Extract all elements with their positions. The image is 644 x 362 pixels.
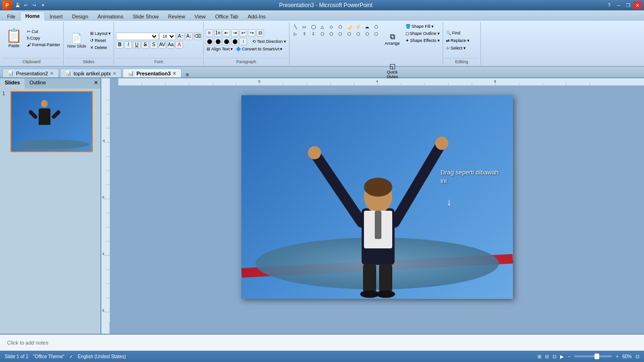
- paste-button[interactable]: 📋 Paste: [2, 24, 26, 52]
- cut-button[interactable]: ✂ Cut: [26, 29, 61, 34]
- shape-btn-5[interactable]: ◇: [327, 24, 336, 30]
- shape-btn-1[interactable]: ╲: [291, 24, 300, 30]
- doc-tab-close-2[interactable]: ✕: [113, 71, 116, 76]
- tab-addins[interactable]: Add-Ins: [243, 12, 270, 21]
- close-btn[interactable]: ✕: [633, 1, 642, 9]
- shape-btn-17[interactable]: ⬡: [345, 31, 354, 37]
- increase-indent-btn[interactable]: ⇥: [231, 29, 239, 37]
- reset-button[interactable]: ↺ Reset: [89, 38, 112, 43]
- shape-effects-button[interactable]: ✦ Shape Effects ▾: [405, 38, 441, 43]
- zoom-slider[interactable]: [574, 355, 612, 357]
- zoom-level[interactable]: 60%: [622, 354, 632, 359]
- shape-btn-4[interactable]: △: [318, 24, 327, 30]
- bold-btn[interactable]: B: [116, 41, 124, 49]
- tab-animations[interactable]: Animations: [93, 12, 128, 21]
- delete-button[interactable]: ✕ Delete: [89, 45, 112, 50]
- fit-window-btn[interactable]: ⊡: [636, 354, 639, 359]
- tab-home[interactable]: Home: [20, 11, 45, 21]
- increase-size-btn[interactable]: A↑: [177, 33, 184, 40]
- align-right-btn[interactable]: ⬤: [223, 38, 230, 45]
- strikethrough-btn[interactable]: S: [141, 41, 149, 49]
- zoom-in-btn[interactable]: +: [616, 354, 619, 359]
- shape-btn-3[interactable]: ◯: [309, 24, 318, 30]
- select-button[interactable]: ⊹ Select ▾: [445, 45, 479, 51]
- doc-tab-close-3[interactable]: ✕: [173, 71, 176, 76]
- italic-btn[interactable]: I: [124, 41, 132, 49]
- align-center-btn[interactable]: ⬤: [214, 38, 222, 45]
- align-left-btn[interactable]: ⬤: [206, 38, 213, 45]
- find-button[interactable]: 🔍 Find: [445, 30, 479, 36]
- font-size-select[interactable]: 18: [159, 33, 176, 40]
- redo-quick-btn[interactable]: ↪: [31, 1, 38, 9]
- tab-slideshow[interactable]: Slide Show: [128, 12, 163, 21]
- bullets-btn[interactable]: ≡: [206, 29, 213, 37]
- shape-btn-6[interactable]: ⬡: [336, 24, 345, 30]
- tab-officetab[interactable]: Office Tab: [210, 12, 243, 21]
- tab-file[interactable]: File: [2, 12, 20, 21]
- panel-close-btn[interactable]: ✕: [91, 78, 100, 89]
- shape-btn-11[interactable]: ▷: [291, 31, 300, 37]
- shadow-btn[interactable]: S: [150, 41, 157, 49]
- arrange-button[interactable]: ⧉ Arrange: [382, 24, 403, 54]
- new-slide-button[interactable]: 📄 New Slide: [66, 26, 89, 55]
- doc-tab-presentation2[interactable]: 📊 Presentation2 ✕: [2, 68, 59, 77]
- help-btn[interactable]: ?: [605, 1, 613, 9]
- columns-btn[interactable]: ⊟: [256, 29, 264, 37]
- doc-tab-topik[interactable]: 📊 topik artikel.pptx ✕: [60, 68, 122, 77]
- copy-button[interactable]: ⎘ Copy: [26, 35, 61, 41]
- shape-btn-20[interactable]: ⬡: [372, 31, 380, 37]
- fontcolor-btn[interactable]: A: [175, 41, 183, 49]
- tab-review[interactable]: Review: [164, 12, 190, 21]
- minimize-btn[interactable]: ─: [614, 1, 623, 9]
- slide-thumbnail-1[interactable]: 1: [2, 91, 98, 152]
- justify-btn[interactable]: ⬤: [231, 38, 239, 45]
- view-normal-btn[interactable]: ⊞: [537, 354, 541, 359]
- layout-button[interactable]: ⊞ Layout ▾: [89, 31, 112, 36]
- case-btn[interactable]: Aa: [167, 41, 174, 49]
- shape-btn-15[interactable]: ⬡: [327, 31, 336, 37]
- font-family-select[interactable]: [116, 33, 158, 40]
- tab-design[interactable]: Design: [67, 12, 93, 21]
- ltr-btn[interactable]: ↪: [248, 29, 256, 37]
- decrease-size-btn[interactable]: A↓: [185, 33, 193, 40]
- view-reading-btn[interactable]: ⊡: [553, 354, 556, 359]
- spell-check-icon[interactable]: ✓: [69, 354, 73, 359]
- shape-btn-19[interactable]: ⬡: [363, 31, 372, 37]
- rtl-btn[interactable]: ↩: [239, 29, 247, 37]
- shape-btn-10[interactable]: ⬡: [372, 24, 380, 30]
- doc-tab-presentation3[interactable]: 📊 Presentation3 ✕: [123, 68, 182, 77]
- outline-tab[interactable]: Outline: [25, 78, 50, 89]
- line-spacing-btn[interactable]: ↕: [239, 38, 247, 45]
- slide-canvas[interactable]: Drag seperti dibawah ini ↓: [241, 95, 513, 299]
- slides-tab[interactable]: Slides: [0, 78, 25, 89]
- underline-btn[interactable]: U: [133, 41, 140, 49]
- doc-tab-close-1[interactable]: ✕: [50, 71, 54, 76]
- canvas-main[interactable]: Drag seperti dibawah ini ↓: [110, 86, 644, 334]
- qa-dropdown-btn[interactable]: ▾: [39, 1, 47, 9]
- office-icon[interactable]: P: [2, 0, 12, 10]
- save-quick-btn[interactable]: 💾: [14, 1, 21, 9]
- shape-btn-12[interactable]: ⇧: [300, 31, 309, 37]
- language-info[interactable]: English (United States): [78, 354, 126, 359]
- shape-btn-16[interactable]: ⬡: [336, 31, 345, 37]
- zoom-out-btn[interactable]: −: [568, 354, 570, 359]
- notes-area[interactable]: Click to add notes: [0, 334, 644, 351]
- slide-preview-1[interactable]: [10, 91, 93, 152]
- numbering-btn[interactable]: 1≡: [214, 29, 222, 37]
- new-tab-btn[interactable]: ≡: [183, 72, 191, 77]
- tab-insert[interactable]: Insert: [45, 12, 67, 21]
- align-text-btn[interactable]: ⊞ Align Text ▾: [206, 46, 234, 52]
- clear-format-btn[interactable]: ⌫: [194, 33, 201, 40]
- shape-outline-button[interactable]: ◻ Shape Outline ▾: [405, 31, 441, 36]
- shape-btn-18[interactable]: ⬡: [354, 31, 363, 37]
- restore-btn[interactable]: ❐: [624, 1, 632, 9]
- shape-btn-13[interactable]: ⇩: [309, 31, 318, 37]
- view-slideshow-btn[interactable]: ▶: [560, 354, 564, 359]
- shape-btn-7[interactable]: 🌙: [345, 24, 354, 30]
- replace-button[interactable]: ⇄ Replace ▾: [445, 38, 479, 43]
- charspace-btn[interactable]: AV: [158, 41, 166, 49]
- text-direction-btn[interactable]: ⟲ Text Direction ▾: [251, 39, 287, 44]
- view-slide-sorter-btn[interactable]: ⊟: [545, 354, 549, 359]
- decrease-indent-btn[interactable]: ⇤: [223, 29, 230, 37]
- shape-btn-2[interactable]: ▭: [300, 24, 309, 30]
